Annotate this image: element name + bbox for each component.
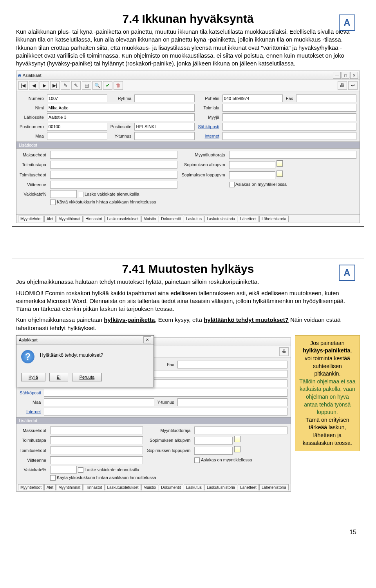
maa-field[interactable] [47, 132, 107, 140]
sahkoposti-field[interactable] [222, 123, 356, 131]
maksuehdot-field[interactable] [50, 426, 143, 434]
ytunnus-field[interactable] [177, 398, 287, 406]
toimitusehdot-field[interactable] [50, 446, 143, 454]
asiakkaat-window: e Asiakkaat — ◻ ✕ |◀ ◀ ▶ ▶| ✎ ✎ ▤ 🔍 ✔ 🗑 … [16, 71, 360, 223]
vakiokate-field[interactable] [50, 466, 77, 474]
internet-link[interactable]: Internet [20, 409, 41, 414]
tab[interactable]: Lähetteet [238, 484, 259, 490]
tab-row: MyyntiehdotAletMyyntihinnatHinnastotLask… [16, 214, 360, 223]
minimize-icon[interactable]: — [333, 72, 341, 79]
postinumero-field[interactable] [47, 123, 107, 131]
window-title: Asiakkaat [23, 73, 332, 78]
laske-vakiokate-checkbox[interactable] [78, 192, 83, 197]
toimiala-field[interactable] [222, 104, 356, 112]
lahiosoite-field[interactable] [47, 113, 195, 121]
section2-body1: Jos ohjelmaikkunassa halutaan tehdyt muu… [16, 278, 360, 286]
myyntikielto-checkbox[interactable] [229, 182, 235, 187]
new-icon[interactable]: ✎ [61, 81, 70, 90]
postiosoite-field[interactable] [134, 123, 195, 131]
ykkostukkuri-checkbox[interactable] [50, 200, 56, 205]
tab[interactable]: Alet [44, 216, 56, 222]
tab[interactable]: Laskutushistoria [204, 484, 237, 490]
sahkoposti-field[interactable] [44, 389, 287, 397]
vakiokate-field[interactable] [50, 190, 77, 198]
toimitusehdot-field[interactable] [50, 171, 177, 179]
tab[interactable]: Myyntihinnat [56, 216, 83, 222]
tab[interactable]: Laskutus [184, 484, 204, 490]
cancel-button[interactable]: Peruuta [72, 373, 102, 381]
tab[interactable]: Hinnastot [83, 484, 104, 490]
confirm-dialog: Asiakkaat ✕ ? Hylätäänkö tehdyt muutokse… [16, 335, 154, 387]
nimi-field[interactable] [47, 104, 195, 112]
tab[interactable]: Lähetehistoria [259, 216, 289, 222]
internet-field[interactable] [222, 132, 356, 140]
sahkoposti-link[interactable]: Sähköposti [20, 390, 41, 395]
tab[interactable]: Alet [44, 484, 56, 490]
tab[interactable]: Myyntiehdot [18, 216, 44, 222]
no-button[interactable]: Ei [49, 373, 68, 381]
tab[interactable]: Laskutusoletukset [105, 216, 141, 222]
toimitustapa-field[interactable] [50, 436, 143, 444]
prev-icon[interactable]: ◀ [29, 81, 38, 90]
fax-field[interactable] [296, 94, 356, 102]
accept-icon[interactable]: ✔ [103, 81, 112, 90]
next-icon[interactable]: ▶ [40, 81, 49, 90]
calendar-icon[interactable] [234, 436, 240, 442]
tab[interactable]: Myyntihinnat [56, 484, 83, 490]
ykkostukkuri-checkbox[interactable] [50, 475, 56, 481]
first-icon[interactable]: |◀ [18, 81, 28, 90]
edit-icon[interactable]: ✎ [71, 81, 81, 90]
last-icon[interactable]: ▶| [50, 81, 60, 90]
maximize-icon[interactable]: ◻ [342, 72, 349, 79]
exit-icon[interactable]: ↩ [348, 81, 358, 90]
ytunnus-field[interactable] [134, 132, 195, 140]
lisatiedot-header: Lisätiedot [16, 142, 360, 149]
tab[interactable]: Dokumentit [159, 216, 183, 222]
internet-field[interactable] [44, 408, 287, 416]
calendar-icon[interactable] [277, 160, 283, 167]
sahkoposti-link[interactable]: Sähköposti [198, 124, 219, 129]
viitteenne-field[interactable] [50, 181, 177, 189]
search-icon[interactable]: 🔍 [92, 81, 102, 90]
question-icon: ? [21, 350, 34, 363]
calendar-icon[interactable] [277, 171, 283, 177]
alkupvm-field[interactable] [194, 437, 233, 445]
fax-field[interactable] [177, 361, 287, 368]
yes-button[interactable]: Kyllä [21, 373, 45, 381]
myyntiluottoraja-field[interactable] [229, 151, 356, 159]
numero-field[interactable] [47, 94, 107, 102]
myyntikielto-checkbox[interactable] [194, 457, 200, 463]
tab[interactable]: Laskutushistoria [204, 216, 237, 222]
viitteenne-field[interactable] [50, 456, 143, 464]
print-icon[interactable]: 🖶 [338, 81, 347, 90]
calendar-icon[interactable] [234, 446, 240, 452]
tab[interactable]: Laskutusoletukset [105, 484, 141, 490]
maa-field[interactable] [44, 398, 154, 406]
tab[interactable]: Hinnastot [83, 216, 104, 222]
form-icon[interactable]: ▤ [82, 81, 91, 90]
tab[interactable]: Lähetehistoria [259, 484, 289, 490]
loppupvm-field[interactable] [229, 171, 275, 179]
internet-link[interactable]: Internet [198, 134, 219, 138]
tab[interactable]: Myyntiehdot [18, 484, 44, 490]
myyja-field[interactable] [222, 113, 356, 121]
tab[interactable]: Lähetteet [238, 216, 259, 222]
myyntiluottoraja-field[interactable] [194, 426, 287, 434]
close-icon[interactable]: ✕ [350, 72, 358, 79]
close-icon[interactable]: ✕ [143, 336, 151, 343]
loppupvm-field[interactable] [194, 447, 233, 455]
section2-body2: HUOMIOI! Ecomin roskakori hylkää kaikki … [16, 289, 360, 313]
ryhma-field[interactable] [134, 94, 195, 102]
section2-body3: Kun ohjelmaikkunassa painetaan hylkäys-p… [16, 316, 360, 332]
print-icon[interactable]: 🖶 [279, 347, 289, 356]
maksuehdot-field[interactable] [50, 151, 177, 159]
puhelin-field[interactable] [222, 94, 283, 102]
alkupvm-field[interactable] [229, 161, 275, 169]
tab[interactable]: Dokumentit [159, 484, 183, 490]
toimitustapa-field[interactable] [50, 161, 177, 169]
reject-icon[interactable]: 🗑 [114, 81, 123, 90]
tab[interactable]: Laskutus [184, 216, 204, 222]
laske-vakiokate-checkbox[interactable] [78, 467, 83, 473]
tab[interactable]: Muistio [141, 216, 159, 222]
tab[interactable]: Muistio [141, 484, 159, 490]
